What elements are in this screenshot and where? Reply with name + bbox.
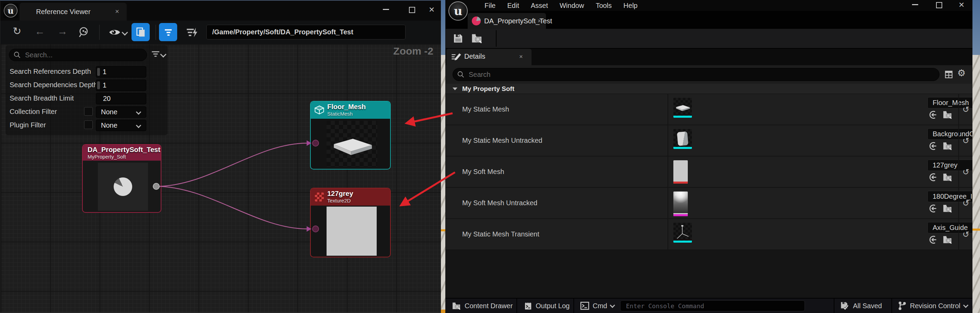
menu-edit[interactable]: Edit xyxy=(501,2,525,10)
property-label: My Static Mesh xyxy=(462,94,509,125)
reference-graph-canvas[interactable]: Zoom -2 Search Referencers Depth xyxy=(1,44,441,312)
use-selected-asset-icon[interactable] xyxy=(929,110,938,119)
tab-close-icon[interactable]: × xyxy=(115,8,119,15)
dependencies-depth-input[interactable]: 1 xyxy=(96,79,146,91)
cmd-selector[interactable]: Cmd xyxy=(580,299,614,313)
save-button[interactable] xyxy=(453,33,464,44)
use-selected-asset-icon[interactable] xyxy=(929,173,938,182)
toolbar-separator xyxy=(99,25,100,40)
orange-marker xyxy=(972,229,980,230)
forward-button[interactable]: → xyxy=(57,26,68,37)
revision-control-button[interactable]: Revision Control xyxy=(897,299,968,313)
reset-to-default-icon[interactable]: ↺ xyxy=(963,167,969,177)
graph-search-box[interactable] xyxy=(9,49,147,61)
panel-filter-icon[interactable] xyxy=(151,50,160,58)
browse-to-asset-button[interactable] xyxy=(471,33,483,44)
close-button[interactable]: × xyxy=(429,5,434,14)
filters-button[interactable] xyxy=(159,23,177,41)
use-selected-asset-icon[interactable] xyxy=(929,235,938,245)
menu-window[interactable]: Window xyxy=(554,2,590,10)
minimize-button[interactable] xyxy=(912,4,918,5)
minimize-icon xyxy=(383,9,389,10)
background-window-sliver xyxy=(972,0,980,313)
property-label: My Static Mesh Untracked xyxy=(462,125,542,156)
asset-thumbnail[interactable] xyxy=(673,129,692,149)
tab-details[interactable]: Details × xyxy=(446,49,531,65)
node-subtitle: Texture2D xyxy=(327,198,351,203)
property-label: My Soft Mesh xyxy=(462,157,504,187)
reset-to-default-icon[interactable]: ↺ xyxy=(963,199,969,208)
asset-type-color-bar xyxy=(673,181,688,184)
content-drawer-button[interactable]: Content Drawer xyxy=(452,299,513,313)
category-my-property-soft[interactable]: My Property Soft xyxy=(446,84,972,94)
console-command-input[interactable] xyxy=(625,302,797,310)
refresh-button[interactable]: ↻ xyxy=(13,26,21,37)
minimize-button[interactable] xyxy=(383,9,389,10)
dropdown-value: None xyxy=(101,108,118,116)
tab-reference-viewer[interactable]: Reference Viewer × xyxy=(19,3,127,21)
menu-tools[interactable]: Tools xyxy=(590,2,618,10)
browse-to-asset-icon[interactable] xyxy=(943,173,953,182)
setting-value: 1 xyxy=(103,81,107,89)
use-selected-asset-icon[interactable] xyxy=(929,141,938,151)
plugin-filter-dropdown[interactable]: None xyxy=(96,120,146,131)
asset-path-field[interactable]: /Game/Property/Soft/DA_PropertySoft_Test xyxy=(206,25,406,40)
menu-file[interactable]: File xyxy=(479,2,501,10)
autofilter-button[interactable] xyxy=(186,26,199,38)
drag-handle[interactable] xyxy=(97,81,100,89)
asset-thumbnail[interactable] xyxy=(673,160,688,184)
tab-close-icon[interactable]: × xyxy=(519,53,523,60)
menu-help[interactable]: Help xyxy=(618,2,643,10)
breadth-limit-input[interactable]: 20 xyxy=(96,93,146,104)
unreal-logo: u xyxy=(449,2,468,21)
revision-control-label: Revision Control xyxy=(910,302,961,310)
details-search-box[interactable] xyxy=(453,68,939,81)
reset-to-default-icon[interactable]: ↺ xyxy=(963,105,969,114)
collection-filter-checkbox[interactable] xyxy=(84,107,93,116)
graph-node-127grey[interactable]: 127grey Texture2D xyxy=(310,188,391,257)
show-options-chevron-icon[interactable] xyxy=(122,29,128,35)
setting-value: 1 xyxy=(103,68,107,76)
graph-node-da-propertysoft-test[interactable]: DA_PropertySoft_Test MyProperty_Soft xyxy=(82,144,161,213)
browse-to-asset-icon[interactable] xyxy=(943,235,953,245)
panel-collapse-chevron-icon[interactable] xyxy=(160,51,166,57)
duplicate-view-button[interactable] xyxy=(132,23,150,41)
axis-guide-image xyxy=(675,224,690,241)
graph-node-floor-mesh[interactable]: Floor_Mesh StaticMesh xyxy=(310,101,391,170)
setting-label: Search Referencers Depth xyxy=(10,68,91,76)
show-options-button[interactable] xyxy=(109,28,121,37)
plugin-filter-checkbox[interactable] xyxy=(84,121,93,129)
setting-label: Plugin Filter xyxy=(10,121,46,129)
settings-gear-icon[interactable]: ⚙ xyxy=(957,68,966,79)
browse-to-asset-icon[interactable] xyxy=(943,141,953,151)
tab-da-propertysoft-test[interactable]: DA_PropertySoft_Test × xyxy=(468,13,546,29)
drag-handle[interactable] xyxy=(97,68,100,76)
zoom-to-fit-button[interactable] xyxy=(78,26,90,38)
console-command-box[interactable] xyxy=(620,300,805,311)
reset-to-default-icon[interactable]: ↺ xyxy=(963,136,969,146)
display-mode-button[interactable] xyxy=(944,70,953,79)
back-button[interactable]: ← xyxy=(35,26,45,37)
details-search-input[interactable] xyxy=(468,70,855,79)
browse-to-asset-icon[interactable] xyxy=(943,204,953,213)
graph-search-input[interactable] xyxy=(24,51,132,59)
asset-thumbnail[interactable] xyxy=(673,98,692,118)
collection-filter-dropdown[interactable]: None xyxy=(96,106,146,118)
referencers-depth-input[interactable]: 1 xyxy=(96,66,146,78)
copy-pages-icon xyxy=(136,27,146,37)
output-log-button[interactable]: Output Log xyxy=(524,299,570,313)
maximize-button[interactable] xyxy=(409,7,415,13)
asset-thumbnail[interactable] xyxy=(673,223,692,243)
close-button[interactable]: × xyxy=(959,0,964,10)
asset-thumbnail[interactable]: 180 xyxy=(673,192,688,216)
setting-label: Search Breadth Limit xyxy=(10,94,74,102)
browse-to-asset-icon[interactable] xyxy=(943,110,953,119)
all-saved-button[interactable]: All Saved xyxy=(840,299,882,313)
maximize-button[interactable] xyxy=(936,2,942,8)
tab-close-icon[interactable]: × xyxy=(538,17,541,24)
setting-label: Collection Filter xyxy=(10,108,57,116)
reset-to-default-icon[interactable]: ↺ xyxy=(963,230,969,239)
node-thumbnail xyxy=(98,163,148,211)
menu-asset[interactable]: Asset xyxy=(525,2,554,10)
use-selected-asset-icon[interactable] xyxy=(929,204,938,213)
